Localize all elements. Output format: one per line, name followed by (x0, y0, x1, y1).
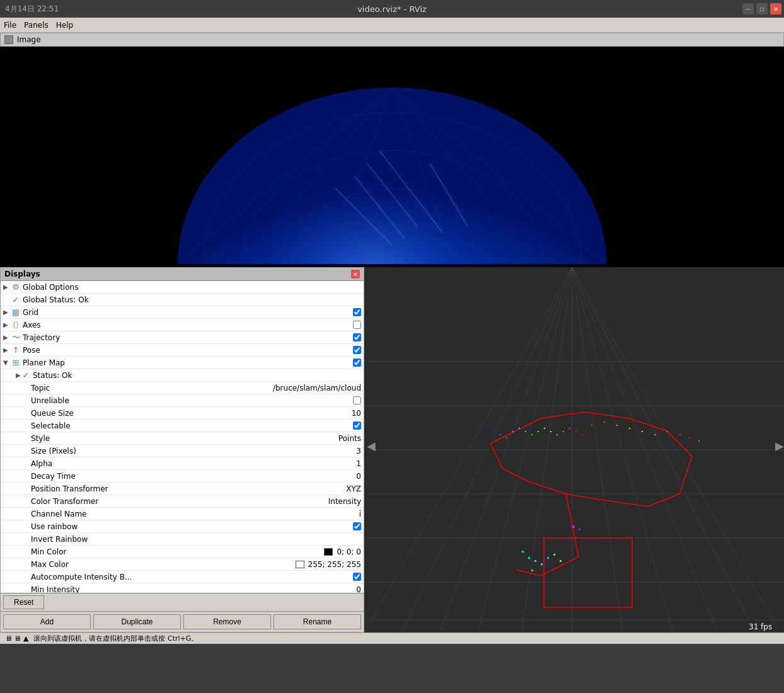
display-row-max-color[interactable]: Max Color255; 255; 255 (1, 558, 364, 571)
axes-icon: ⟨⟩ (11, 320, 21, 330)
display-row-topic[interactable]: Topic/bruce/slam/slam/cloud (1, 382, 364, 394)
label-autocompute: Autocompute Intensity B... (31, 573, 350, 581)
pose-icon: ↑ (11, 345, 21, 355)
svg-rect-41 (500, 434, 501, 435)
display-row-style[interactable]: StylePoints (1, 432, 364, 445)
svg-rect-73 (572, 525, 575, 528)
display-row-trajectory[interactable]: ▶〜Trajectory (1, 331, 364, 344)
minimize-button[interactable]: ─ (742, 3, 754, 14)
label-channel-name: Channel Name (31, 510, 357, 518)
duplicate-button[interactable]: Duplicate (93, 614, 181, 629)
3d-view[interactable]: ◀ ▶ 31 fps (364, 267, 784, 633)
menu-help[interactable]: Help (56, 21, 73, 30)
displays-close-button[interactable]: ✕ (351, 270, 360, 278)
display-row-color-transformer[interactable]: Color TransformerIntensity (1, 495, 364, 508)
menu-file[interactable]: File (4, 21, 16, 30)
svg-point-1 (178, 88, 606, 264)
checkbox-grid[interactable] (353, 308, 361, 316)
checkbox-trajectory[interactable] (353, 333, 361, 341)
svg-rect-60 (654, 434, 655, 435)
displays-panel: Displays ✕ ▶⚙Global Options✓Global Statu… (0, 267, 364, 633)
display-row-selectable[interactable]: Selectable (1, 420, 364, 432)
close-button[interactable]: ✕ (770, 3, 781, 14)
svg-rect-52 (569, 428, 570, 429)
checkbox-autocompute[interactable] (353, 573, 361, 581)
display-row-unreliable[interactable]: Unreliable (1, 394, 364, 407)
expand-arrow[interactable]: ▶ (3, 309, 11, 316)
traj-icon: 〜 (11, 333, 21, 343)
display-row-planer-map[interactable]: ▼⊞Planer Map (1, 357, 364, 369)
svg-rect-62 (679, 434, 681, 435)
label-unreliable: Unreliable (31, 396, 350, 405)
displays-header: Displays ✕ (1, 268, 364, 281)
bottom-section: Displays ✕ ▶⚙Global Options✓Global Statu… (0, 267, 784, 633)
label-global-status: Global Status: Ok (23, 295, 361, 304)
svg-rect-72 (531, 570, 533, 571)
rename-button[interactable]: Rename (274, 614, 361, 629)
checkbox-use-rainbow[interactable] (353, 522, 361, 530)
scroll-left-icon: ◀ (367, 439, 376, 452)
label-trajectory: Trajectory (23, 333, 350, 342)
display-row-global-status[interactable]: ✓Global Status: Ok (1, 294, 364, 306)
status-bar: 🖥 🖥 ▲ 滚向到该虚拟机，请在虚拟机内部单击或按 Ctrl+G。 (0, 633, 784, 644)
menu-panels[interactable]: Panels (24, 21, 49, 30)
value-color-transformer: Intensity (328, 497, 361, 506)
expand-arrow[interactable]: ▶ (3, 284, 11, 290)
value-max-color: 255; 255; 255 (308, 560, 361, 569)
svg-rect-48 (544, 428, 545, 429)
checkbox-planer-map[interactable] (353, 358, 361, 367)
display-row-queue-size[interactable]: Queue Size10 (1, 407, 364, 420)
image-area (0, 47, 784, 267)
fps-counter: 31 fps (749, 622, 772, 631)
display-row-position-transformer[interactable]: Position TransformerXYZ (1, 483, 364, 495)
label-min-color: Min Color (31, 547, 324, 556)
add-button[interactable]: Add (3, 614, 91, 629)
checkbox-unreliable[interactable] (353, 396, 361, 404)
reset-button[interactable]: Reset (3, 595, 44, 609)
image-panel-icon (4, 35, 13, 44)
value-channel-name: i (359, 510, 361, 518)
expand-arrow[interactable]: ▶ (3, 321, 11, 328)
display-row-grid[interactable]: ▶▦Grid (1, 306, 364, 319)
label-alpha: Alpha (31, 459, 354, 468)
svg-rect-70 (553, 554, 555, 556)
display-row-size-pixels[interactable]: Size (Pixels)3 (1, 445, 364, 457)
display-row-autocompute[interactable]: Autocompute Intensity B... (1, 571, 364, 583)
display-row-invert-rainbow[interactable]: Invert Rainbow (1, 533, 364, 546)
reset-area: Reset (1, 593, 364, 611)
svg-rect-51 (563, 431, 564, 432)
svg-rect-64 (698, 440, 700, 442)
checkbox-selectable[interactable] (353, 421, 361, 430)
svg-rect-63 (689, 437, 690, 438)
checkbox-axes[interactable] (353, 321, 361, 329)
display-row-use-rainbow[interactable]: Use rainbow (1, 520, 364, 533)
display-row-alpha[interactable]: Alpha1 (1, 457, 364, 470)
display-row-status-ok[interactable]: ▶✓Status: Ok (1, 369, 364, 382)
display-row-min-color[interactable]: Min Color0; 0; 0 (1, 546, 364, 558)
value-size-pixels: 3 (356, 447, 361, 455)
checkbox-pose[interactable] (353, 346, 361, 354)
blue-dome-visualization (178, 50, 606, 264)
display-row-min-intensity[interactable]: Min Intensity0 (1, 583, 364, 593)
svg-rect-54 (582, 434, 583, 435)
svg-rect-43 (512, 431, 514, 432)
label-use-rainbow: Use rainbow (31, 522, 350, 531)
label-topic: Topic (31, 384, 270, 392)
displays-content[interactable]: ▶⚙Global Options✓Global Status: Ok▶▦Grid… (1, 281, 364, 593)
display-row-channel-name[interactable]: Channel Namei (1, 508, 364, 520)
expand-arrow[interactable]: ▶ (13, 372, 21, 379)
remove-button[interactable]: Remove (183, 614, 271, 629)
display-row-global-options[interactable]: ▶⚙Global Options (1, 281, 364, 294)
display-row-pose[interactable]: ▶↑Pose (1, 344, 364, 357)
display-row-decay-time[interactable]: Decay Time0 (1, 470, 364, 483)
maximize-button[interactable]: □ (756, 3, 768, 14)
display-row-axes[interactable]: ▶⟨⟩Axes (1, 319, 364, 331)
label-color-transformer: Color Transformer (31, 497, 326, 506)
expand-arrow[interactable]: ▶ (3, 334, 11, 341)
expand-arrow[interactable]: ▶ (3, 346, 11, 353)
expand-arrow[interactable]: ▼ (3, 359, 11, 366)
label-decay-time: Decay Time (31, 472, 354, 481)
displays-title: Displays (4, 270, 40, 278)
label-grid: Grid (23, 308, 350, 317)
svg-rect-47 (538, 431, 539, 432)
